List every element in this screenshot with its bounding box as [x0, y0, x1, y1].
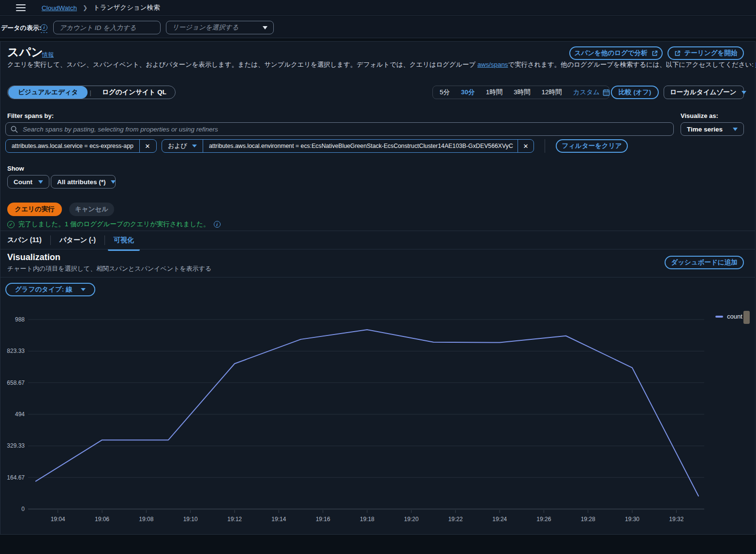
attributes-select[interactable]: All attributes (*) [51, 175, 116, 189]
visualization-divider [0, 277, 755, 277]
time-range-12h[interactable]: 12時間 [542, 88, 562, 97]
svg-text:19:04: 19:04 [51, 516, 65, 523]
external-link-icon [652, 50, 658, 57]
top-navigation: CloudWatch ❯ トランザクション検索 [0, 0, 756, 16]
tab-visualization[interactable]: 可視化 [108, 231, 140, 249]
visualize-as-label: Visualize as: [681, 112, 718, 119]
svg-text:0: 0 [21, 506, 25, 512]
span-search-input[interactable] [22, 125, 668, 133]
account-id-input[interactable] [53, 21, 161, 34]
filter-chip-environment-close-icon[interactable]: ✕ [518, 140, 534, 152]
svg-text:19:20: 19:20 [404, 516, 418, 523]
calendar-icon [603, 89, 610, 96]
cancel-button[interactable]: キャンセル [69, 203, 114, 216]
timezone-caret-icon [741, 91, 746, 94]
editor-mode-toggle: ビジュアルエディタ | ログのインサイト QL [7, 86, 176, 99]
custom-range-button[interactable]: カスタム [573, 88, 610, 97]
compare-toggle-button[interactable]: 比較 (オフ) [611, 86, 659, 99]
analyze-in-other-logs-button[interactable]: スパンを他のログで分析 [569, 46, 663, 60]
filter-spans-label: Filter spans by: [7, 112, 54, 119]
add-to-dashboard-button[interactable]: ダッシュボードに追加 [665, 256, 744, 269]
region-select-value: リージョンを選択する [172, 23, 258, 32]
filter-chip-service: attributes.aws.local.service = ecs-expre… [5, 139, 157, 153]
svg-text:19:10: 19:10 [183, 516, 198, 523]
external-link-icon [674, 50, 681, 57]
svg-text:19:08: 19:08 [139, 516, 153, 523]
visual-editor-segment[interactable]: ビジュアルエディタ [8, 86, 88, 99]
filter-chip-environment: および attributes.aws.local.environment = e… [162, 139, 534, 153]
tab-patterns[interactable]: パターン (-) [54, 231, 102, 249]
time-range-5m[interactable]: 5分 [440, 88, 450, 97]
filter-chip-service-close-icon[interactable]: ✕ [140, 140, 155, 152]
info-link[interactable]: 情報 [42, 51, 54, 59]
svg-text:19:24: 19:24 [492, 516, 507, 523]
breadcrumb-current: トランザクション検索 [93, 3, 160, 12]
timezone-select-value: ローカルタイムゾーン [670, 88, 737, 97]
region-select[interactable]: リージョンを選択する [166, 21, 274, 34]
attributes-select-caret-icon [111, 180, 116, 184]
svg-text:19:22: 19:22 [448, 516, 463, 523]
search-icon [11, 126, 18, 133]
show-label: Show [7, 165, 24, 172]
aws-spans-link[interactable]: aws/spans [477, 61, 508, 68]
page-description: クエリを実行して、スパン、スパンイベント、およびパターンを表示します。または、サ… [7, 60, 756, 69]
result-tabs: スパン (11) パターン (-) 可視化 [1, 231, 140, 249]
region-select-caret-icon [263, 26, 267, 29]
chips-divider [545, 139, 545, 153]
visualization-subtitle: チャート内の項目を選択して、相関スパンとスパンイベントを表示する [7, 264, 211, 273]
svg-text:19:16: 19:16 [316, 516, 330, 523]
query-status-text: 完了しました。1 個のロググループのクエリが実行されました。 [18, 220, 210, 229]
breadcrumb-separator-icon: ❯ [83, 4, 88, 11]
visualize-as-value: Time series [687, 126, 728, 133]
time-range-30m[interactable]: 30分 [461, 88, 475, 97]
attributes-select-value: All attributes (*) [57, 178, 106, 186]
account-region-bar: データの表示: i リージョンを選択する [0, 16, 756, 38]
svg-text:988: 988 [15, 316, 25, 323]
metric-select[interactable]: Count [7, 175, 49, 189]
status-info-icon[interactable]: i [214, 221, 221, 228]
tabs-bottom-border [0, 249, 755, 249]
metric-select-value: Count [14, 178, 33, 186]
tab-spans[interactable]: スパン (11) [1, 231, 47, 249]
spans-panel: スパン 情報 クエリを実行して、スパン、スパンイベント、およびパターンを表示しま… [0, 41, 756, 535]
span-search-box [5, 122, 674, 136]
svg-text:329.33: 329.33 [7, 442, 25, 449]
svg-text:658.67: 658.67 [7, 379, 25, 386]
svg-text:494: 494 [15, 411, 25, 418]
data-display-info-icon[interactable]: i [41, 23, 47, 33]
filter-chip-service-text[interactable]: attributes.aws.local.service = ecs-expre… [6, 143, 139, 149]
metric-select-caret-icon [38, 180, 43, 184]
run-query-button[interactable]: クエリの実行 [7, 203, 62, 216]
logs-insights-ql-segment[interactable]: ログのインサイト QL [93, 88, 175, 97]
spans-count-chart[interactable]: 0164.67329.33494658.67823.3398819:0419:0… [0, 305, 756, 527]
breadcrumb-cloudwatch-link[interactable]: CloudWatch [42, 4, 77, 12]
svg-text:164.67: 164.67 [7, 474, 25, 481]
time-range-3h[interactable]: 3時間 [514, 88, 531, 97]
svg-text:823.33: 823.33 [7, 348, 25, 354]
svg-text:19:12: 19:12 [227, 516, 242, 523]
data-display-label: データの表示: [1, 24, 41, 32]
svg-text:19:32: 19:32 [669, 516, 683, 523]
page-title: スパン [7, 44, 43, 60]
graph-type-button[interactable]: グラフのタイプ: 線 [5, 283, 95, 296]
hamburger-menu-icon[interactable] [16, 4, 26, 11]
visualize-as-select[interactable]: Time series [681, 122, 744, 136]
svg-text:19:06: 19:06 [95, 516, 109, 523]
filter-chip-environment-text[interactable]: attributes.aws.local.environment = ecs:E… [203, 143, 518, 149]
svg-text:19:28: 19:28 [581, 516, 595, 523]
clear-filters-button[interactable]: フィルターをクリア [556, 139, 628, 153]
visualize-as-caret-icon [733, 128, 738, 131]
visualization-title: Visualization [7, 252, 60, 262]
svg-text:19:18: 19:18 [360, 516, 374, 523]
chip-operator-dropdown[interactable]: および [162, 142, 203, 150]
query-status: ✓ 完了しました。1 個のロググループのクエリが実行されました。 i [7, 220, 221, 229]
svg-text:19:14: 19:14 [271, 516, 286, 523]
graph-type-caret-icon [81, 288, 86, 291]
chip-operator-caret-icon [192, 145, 197, 147]
svg-text:19:26: 19:26 [536, 516, 551, 523]
timezone-select[interactable]: ローカルタイムゾーン [664, 86, 744, 99]
start-tailing-button[interactable]: テーリングを開始 [667, 46, 744, 60]
time-range-group: 5分 30分 1時間 3時間 12時間 カスタム [432, 86, 609, 99]
success-check-icon: ✓ [7, 221, 15, 228]
time-range-1h[interactable]: 1時間 [486, 88, 503, 97]
